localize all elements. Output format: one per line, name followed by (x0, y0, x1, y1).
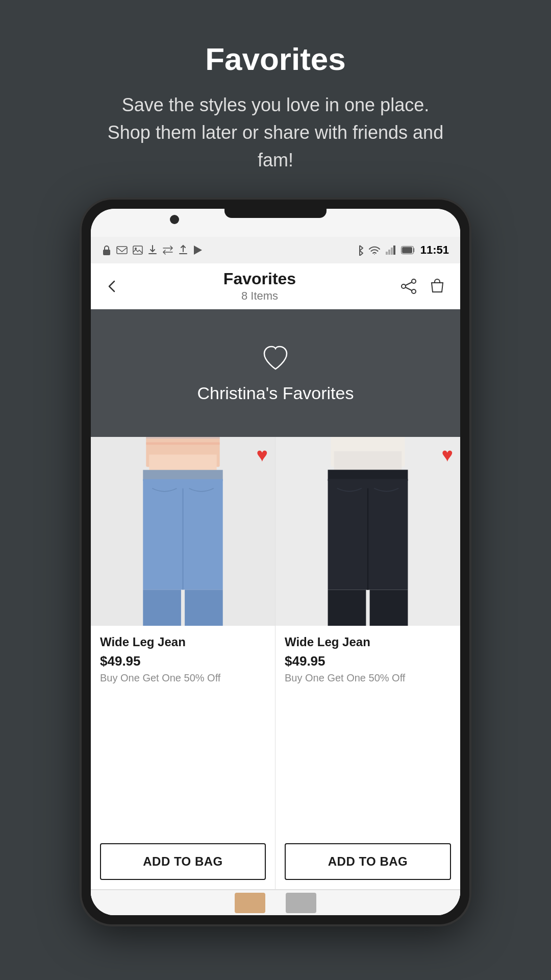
bottom-hint (91, 890, 460, 915)
status-right: 11:51 (356, 243, 449, 257)
svg-point-10 (412, 279, 416, 283)
product-card-2: ♥ Wide Leg Jean $49.95 Buy One Get One 5… (276, 437, 460, 890)
svg-line-13 (406, 282, 412, 285)
phone-notch (224, 209, 327, 218)
status-bar: 11:51 (91, 237, 460, 263)
add-to-bag-button-1[interactable]: ADD TO BAG (100, 843, 266, 880)
svg-rect-34 (328, 590, 366, 626)
bluetooth-icon (356, 244, 363, 256)
svg-point-12 (412, 289, 416, 293)
battery-icon (401, 246, 415, 254)
mail-icon (116, 246, 128, 254)
svg-line-14 (406, 287, 412, 290)
product-image-2: ♥ (276, 437, 460, 626)
page-title: Favorites (31, 41, 520, 77)
phone-top-bar (91, 209, 460, 237)
svg-rect-0 (103, 250, 110, 255)
svg-rect-19 (146, 437, 219, 438)
svg-rect-6 (391, 248, 393, 255)
favorite-heart-2[interactable]: ♥ (441, 444, 453, 466)
nav-title: Favorites (223, 270, 296, 288)
product-price-1: $49.95 (100, 653, 266, 669)
svg-rect-24 (143, 590, 181, 626)
status-time: 11:51 (420, 243, 449, 257)
svg-rect-4 (386, 252, 388, 255)
product-info-2: Wide Leg Jean $49.95 Buy One Get One 50%… (276, 626, 460, 838)
favorites-banner: Christina's Favorites (91, 309, 460, 437)
favorite-heart-1[interactable]: ♥ (256, 444, 268, 466)
share-button[interactable] (400, 278, 417, 295)
download-icon (148, 244, 157, 256)
bottom-thumb-2 (286, 893, 316, 913)
product-image-1: ♥ (91, 437, 275, 626)
svg-rect-25 (185, 590, 223, 626)
bag-button[interactable] (429, 278, 446, 295)
svg-rect-9 (402, 247, 412, 253)
svg-rect-30 (334, 451, 402, 473)
product-name-2: Wide Leg Jean (285, 635, 451, 649)
svg-rect-35 (370, 590, 408, 626)
phone-frame: 11:51 Favorites 8 Items (82, 200, 469, 924)
product-info-1: Wide Leg Jean $49.95 Buy One Get One 50%… (91, 626, 275, 838)
app-content: Favorites 8 Items (91, 263, 460, 915)
nav-item-count: 8 Items (223, 289, 296, 303)
jeans-light-illustration (91, 437, 275, 626)
back-button[interactable] (105, 279, 119, 293)
page-subtitle: Save the styles you love in one place. S… (102, 91, 449, 174)
product-name-1: Wide Leg Jean (100, 635, 266, 649)
nav-title-block: Favorites 8 Items (223, 270, 296, 303)
product-promo-1: Buy One Get One 50% Off (100, 672, 266, 684)
nav-actions (400, 278, 446, 295)
wifi-icon (368, 246, 381, 255)
svg-rect-2 (133, 246, 142, 254)
banner-heart-icon (260, 344, 291, 374)
svg-rect-5 (388, 250, 390, 255)
signal-icon (386, 246, 396, 255)
lock-icon (102, 244, 111, 256)
jeans-dark-illustration (276, 437, 460, 626)
playstore-icon (193, 244, 203, 256)
bottom-thumb-1 (235, 893, 265, 913)
image-icon (133, 246, 143, 255)
product-price-2: $49.95 (285, 653, 451, 669)
product-promo-2: Buy One Get One 50% Off (285, 672, 451, 684)
page-header: Favorites Save the styles you love in on… (0, 0, 551, 194)
banner-title: Christina's Favorites (197, 383, 354, 403)
svg-rect-1 (117, 247, 127, 254)
transfer-icon (162, 246, 173, 255)
svg-rect-20 (146, 443, 219, 445)
status-left (102, 244, 203, 256)
product-card-1: ♥ Wide Leg Jean $49.95 Buy One Get One 5… (91, 437, 276, 890)
svg-rect-7 (393, 246, 395, 255)
phone-camera (170, 215, 179, 224)
products-grid: ♥ Wide Leg Jean $49.95 Buy One Get One 5… (91, 437, 460, 890)
upload-icon (179, 244, 188, 256)
add-to-bag-button-2[interactable]: ADD TO BAG (285, 843, 451, 880)
app-nav: Favorites 8 Items (91, 263, 460, 309)
svg-point-11 (402, 284, 406, 288)
